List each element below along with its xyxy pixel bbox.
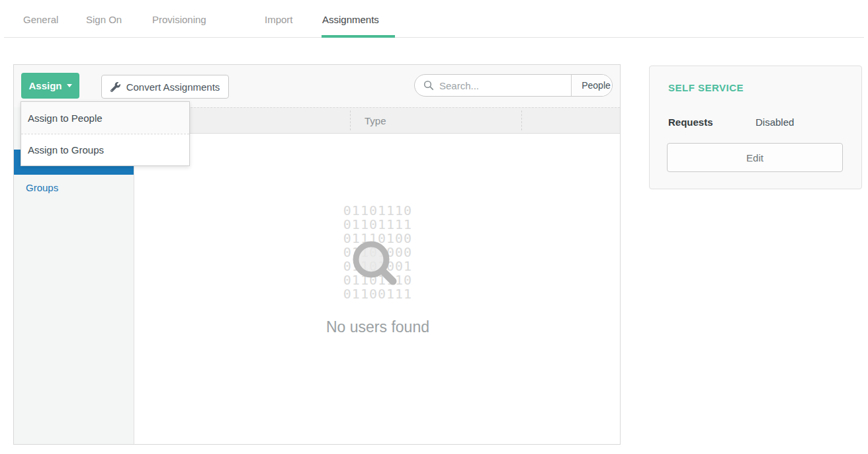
- binary-line: 01101111: [134, 218, 621, 232]
- magnifier-icon: [347, 236, 404, 293]
- search-scope-dropdown[interactable]: People: [571, 75, 613, 96]
- column-header-type: Type: [365, 108, 386, 133]
- self-service-panel: SELF SERVICE Requests Disabled Edit: [649, 66, 862, 189]
- convert-assignments-button[interactable]: Convert Assignments: [101, 75, 229, 99]
- sidebar-item-groups-label: Groups: [26, 182, 58, 193]
- assign-dropdown-menu: Assign to People Assign to Groups: [21, 101, 190, 166]
- requests-value: Disabled: [756, 116, 794, 128]
- requests-label: Requests: [668, 116, 713, 128]
- tab-import[interactable]: Import: [265, 14, 293, 25]
- wrench-icon: [110, 82, 120, 92]
- active-tab-underline: [322, 35, 395, 38]
- edit-button[interactable]: Edit: [667, 143, 843, 172]
- tab-sign-on[interactable]: Sign On: [86, 14, 122, 25]
- empty-state: 01101110 01101111 01110100 01101000 0110…: [134, 204, 621, 336]
- convert-assignments-label: Convert Assignments: [126, 81, 220, 93]
- assign-button-label: Assign: [28, 80, 62, 91]
- assign-button[interactable]: Assign: [21, 73, 79, 99]
- binary-line: 01101110: [134, 204, 621, 218]
- app-assignments-page: General Sign On Provisioning Import Assi…: [0, 0, 868, 454]
- search-scope-label: People: [582, 80, 611, 91]
- empty-state-message: No users found: [134, 318, 621, 336]
- tab-assignments[interactable]: Assignments: [322, 14, 379, 25]
- chevron-down-icon: [67, 84, 72, 87]
- sidebar-item-groups[interactable]: Groups: [14, 175, 134, 200]
- search-bar: People: [414, 74, 613, 97]
- self-service-title: SELF SERVICE: [668, 82, 744, 93]
- tab-provisioning[interactable]: Provisioning: [152, 14, 206, 25]
- assignments-table-header: Type: [134, 107, 620, 134]
- tab-bar-divider: [4, 37, 864, 38]
- search-icon: [423, 80, 434, 91]
- menu-item-assign-to-groups[interactable]: Assign to Groups: [21, 134, 189, 165]
- tab-general[interactable]: General: [23, 14, 58, 25]
- column-divider: [350, 111, 351, 130]
- menu-item-assign-to-people[interactable]: Assign to People: [21, 102, 189, 134]
- search-field-area: [415, 75, 571, 96]
- column-divider: [521, 111, 522, 130]
- search-input[interactable]: [439, 80, 571, 91]
